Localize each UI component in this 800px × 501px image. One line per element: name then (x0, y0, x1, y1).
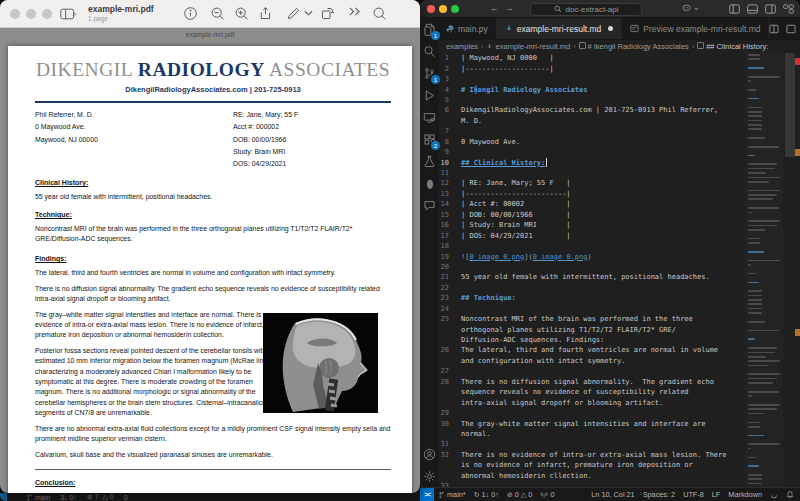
run-debug-icon[interactable] (422, 88, 437, 103)
code-line[interactable]: 24 (439, 304, 745, 314)
sidebar-icon[interactable] (60, 8, 76, 20)
maximize-button[interactable] (451, 5, 459, 13)
editor-layout-icon[interactable] (786, 24, 796, 34)
code-line[interactable]: 16| Study: Brain MRI | (439, 220, 745, 230)
scrollbar-thumb[interactable] (785, 53, 795, 157)
code-line[interactable]: M. D. (439, 116, 745, 126)
extension-hand-icon[interactable] (422, 176, 437, 191)
code-line[interactable]: 26The lateral, third and fourth ventricl… (439, 345, 745, 355)
code-line[interactable]: 18 (439, 241, 745, 251)
code-line[interactable]: 4# Ikengil Radiology Associates (439, 84, 745, 94)
code-line[interactable]: Diffusion-ADC sequences. Findings: (439, 335, 745, 345)
code-line[interactable]: is no evidence of infarct, premature iro… (439, 460, 745, 470)
minimap[interactable] (745, 52, 783, 487)
code-line[interactable]: sequence reveals no evidence of suscepti… (439, 387, 745, 397)
ports-status[interactable]: 0 (536, 490, 558, 499)
code-line[interactable]: 31 (439, 439, 745, 449)
source-control-icon[interactable]: 1 (422, 66, 437, 81)
code-line[interactable]: 22 (439, 283, 745, 293)
code-line[interactable]: 20 (439, 262, 745, 272)
code-line[interactable]: 12| RE: Jane, Mary; 55 F | (439, 178, 745, 188)
more-chevrons-icon[interactable] (348, 6, 361, 17)
minimize-button[interactable] (439, 5, 447, 13)
split-editor-icon[interactable] (769, 24, 779, 34)
image-link-text[interactable]: 0_image_0.png (533, 253, 588, 261)
code-line[interactable]: 5 (439, 95, 745, 105)
toggle-secondary-sidebar-icon[interactable] (765, 4, 776, 14)
testing-icon[interactable] (422, 154, 437, 169)
breadcrumb-symbol-h1[interactable]: # Ikengil Radiology Associates (579, 42, 689, 51)
breadcrumb-file[interactable]: example-mri-result.md (486, 42, 570, 51)
code-line[interactable]: 25Noncontrast MRI of the brain was perfo… (439, 314, 745, 324)
settings-gear-icon[interactable] (422, 469, 437, 484)
copilot-menu[interactable]: ⌄ (682, 3, 700, 12)
editor-scrollbar[interactable] (785, 52, 795, 487)
code-line[interactable]: 23## Technique: (439, 293, 745, 303)
zoom-in-icon[interactable] (234, 6, 249, 21)
breadcrumb-folder[interactable]: examples (446, 42, 478, 51)
cursor-position[interactable]: Ln 10, Col 21 (587, 490, 638, 499)
close-button[interactable] (427, 5, 435, 13)
chevron-down-icon[interactable] (304, 10, 313, 17)
rotate-icon[interactable] (320, 6, 335, 21)
breadcrumb-symbol-h2[interactable]: ## Clinical History: (697, 42, 768, 51)
toggle-sidebar-icon[interactable] (729, 4, 740, 14)
markup-pencil-icon[interactable] (286, 6, 301, 21)
image-link-text[interactable]: 0_image_0.png (469, 253, 524, 261)
encoding[interactable]: UTF-8 (679, 490, 708, 499)
branch-status[interactable]: main* (434, 490, 470, 499)
tab-main-py[interactable]: main.py (438, 18, 497, 39)
code-line[interactable]: 28There is no diffusion signal abnormali… (439, 377, 745, 387)
code-line[interactable]: 3 (439, 74, 745, 84)
account-icon[interactable] (422, 447, 437, 462)
zoom-button[interactable] (42, 9, 52, 19)
search-icon[interactable] (422, 44, 437, 59)
tab-example-mri-result-md[interactable]: example-mri-result.md (497, 18, 623, 39)
extensions-icon[interactable]: 2 (422, 132, 437, 147)
code-line[interactable]: 19![0_image_0.png](0_image_0.png) (439, 251, 745, 261)
code-line[interactable]: 32There is no evidence of intra-or extra… (439, 450, 745, 460)
code-line[interactable]: 30The gray-white matter signal intensiti… (439, 418, 745, 428)
explorer-icon[interactable]: 1 (422, 22, 437, 37)
code-line[interactable]: 7 (439, 126, 745, 136)
code-line[interactable]: 6DikengilRadiologyAssociates.com | 201-7… (439, 105, 745, 115)
code-line[interactable]: intra-axial signal dropoff or blooming a… (439, 397, 745, 407)
code-line[interactable]: 14| Acct #: 00002 | (439, 199, 745, 209)
code-line[interactable]: 27 (439, 366, 745, 376)
zoom-out-icon[interactable] (210, 6, 225, 21)
code-line[interactable]: 2|--------------------| (439, 63, 745, 73)
info-icon[interactable] (183, 6, 198, 21)
code-line[interactable]: orthogonal planes utilizing T1/T2/T2 FLA… (439, 324, 745, 334)
code-line[interactable]: normal. (439, 429, 745, 439)
code-line[interactable]: 9 (439, 147, 745, 157)
language-mode[interactable]: Markdown (724, 490, 766, 499)
eol[interactable]: LF (708, 490, 725, 499)
problems-status[interactable]: ⊘0 △0 (503, 490, 536, 499)
code-line[interactable]: 17| DOS: 04/29/2021 | (439, 230, 745, 240)
code-line[interactable]: 80 Maywood Ave. (439, 137, 745, 147)
remote-explorer-icon[interactable] (422, 110, 437, 125)
code-line[interactable]: 13|------------------------| (439, 189, 745, 199)
notifications-bell-icon[interactable] (782, 490, 800, 499)
search-icon[interactable] (372, 6, 387, 21)
code-line[interactable]: 1| Maywood, NJ 0000 | (439, 53, 745, 63)
code-line[interactable]: 11 (439, 168, 745, 178)
tab-preview-example-mri-result-md[interactable]: Preview example-mri-result.md (622, 18, 769, 39)
code-line[interactable]: 2155 year old female with intermittent, … (439, 272, 745, 282)
remote-indicator[interactable]: >< (420, 488, 434, 501)
toggle-panel-icon[interactable] (747, 4, 758, 14)
code-line[interactable]: and configuration with intact symmetry. (439, 356, 745, 366)
code-line[interactable]: 10## Clinical History: (439, 157, 745, 167)
share-icon[interactable] (258, 6, 273, 21)
indentation[interactable]: Spaces: 2 (639, 490, 679, 499)
command-center-search[interactable]: doc-extract-api (530, 3, 642, 16)
editor-pane[interactable]: 1| Maywood, NJ 0000 |2|-----------------… (439, 52, 800, 487)
sync-status[interactable]: ↻1↓ 0↑ (470, 490, 503, 499)
code-line[interactable]: abnormal hemosiderin cllection. (439, 471, 745, 481)
close-button[interactable] (10, 9, 20, 19)
minimize-button[interactable] (26, 9, 36, 19)
code-line[interactable]: 15| DOB: 00/00/1966 | (439, 210, 745, 220)
history-nav[interactable]: ←→ (490, 3, 520, 13)
feedback-icon[interactable] (766, 491, 782, 499)
code-line[interactable]: 29 (439, 408, 745, 418)
